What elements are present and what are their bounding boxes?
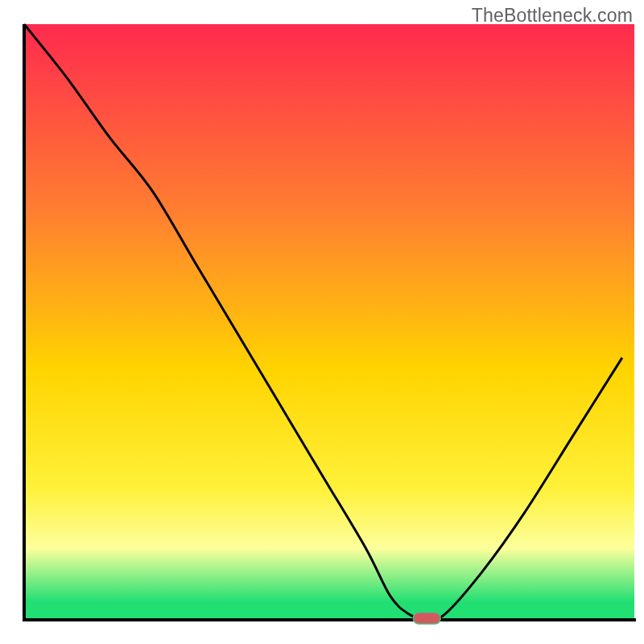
watermark: TheBottleneck.com (472, 5, 633, 27)
chart-svg (0, 0, 644, 644)
optimal-marker (413, 613, 440, 624)
plot-background (24, 24, 634, 620)
bottleneck-chart: TheBottleneck.com (0, 0, 644, 644)
